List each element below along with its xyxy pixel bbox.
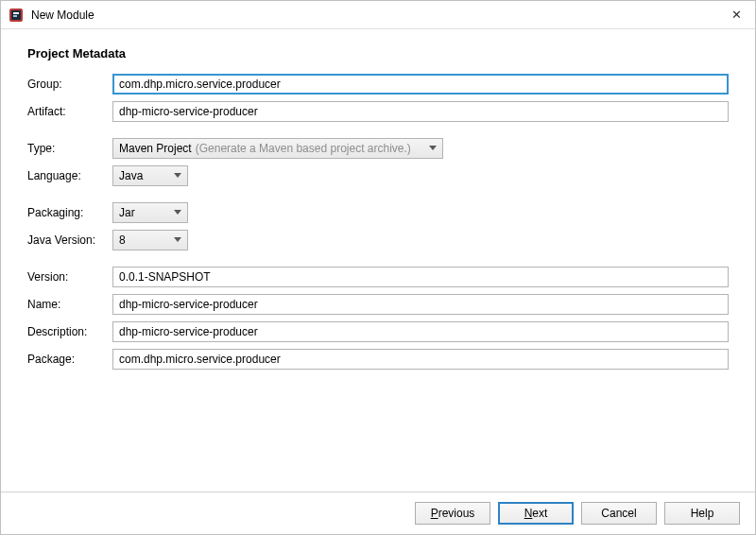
window-title: New Module — [31, 9, 717, 22]
row-packaging: Packaging: Jar — [27, 202, 729, 223]
label-java-version: Java Version: — [27, 233, 112, 247]
label-artifact: Artifact: — [27, 105, 112, 118]
label-group: Group: — [27, 78, 112, 91]
close-icon: ✕ — [731, 8, 742, 22]
package-input[interactable] — [112, 349, 729, 370]
packaging-select-value: Jar — [119, 206, 135, 219]
row-group: Group: — [27, 74, 729, 95]
svg-rect-2 — [13, 12, 19, 14]
section-title: Project Metadata — [27, 46, 729, 60]
row-artifact: Artifact: — [27, 101, 729, 122]
next-button-mnemonic: N — [524, 507, 533, 520]
footer: Previous Next Cancel Help — [1, 492, 755, 534]
language-select-value: Java — [119, 169, 143, 182]
version-input[interactable] — [112, 267, 729, 287]
java-version-select[interactable]: 8 — [112, 230, 188, 250]
previous-button-post: revious — [438, 507, 475, 520]
label-language: Language: — [27, 169, 112, 182]
row-name: Name: — [27, 294, 729, 315]
label-description: Description: — [27, 325, 112, 338]
close-button[interactable]: ✕ — [717, 1, 755, 29]
description-input[interactable] — [112, 321, 729, 342]
titlebar: New Module ✕ — [1, 1, 755, 29]
packaging-select[interactable]: Jar — [112, 202, 188, 223]
row-package: Package: — [27, 349, 729, 370]
label-packaging: Packaging: — [27, 206, 112, 219]
type-select-hint: (Generate a Maven based project archive.… — [196, 142, 411, 155]
group-input[interactable] — [112, 74, 729, 95]
name-input[interactable] — [112, 294, 729, 315]
label-version: Version: — [27, 270, 112, 284]
app-icon — [9, 8, 24, 23]
row-language: Language: Java — [27, 165, 729, 186]
cancel-button[interactable]: Cancel — [581, 502, 657, 525]
row-version: Version: — [27, 267, 729, 287]
previous-button-mnemonic: P — [431, 507, 438, 520]
chevron-down-icon — [429, 146, 437, 151]
row-description: Description: — [27, 321, 729, 342]
cancel-button-label: Cancel — [601, 507, 636, 520]
row-type: Type: Maven Project (Generate a Maven ba… — [27, 138, 729, 159]
help-button[interactable]: Help — [664, 502, 740, 525]
type-select-value: Maven Project — [119, 142, 192, 155]
previous-button[interactable]: Previous — [415, 502, 490, 525]
chevron-down-icon — [174, 237, 181, 243]
content-area: Project Metadata Group: Artifact: Type: … — [1, 29, 755, 492]
label-type: Type: — [27, 142, 112, 155]
artifact-input[interactable] — [112, 101, 729, 122]
label-package: Package: — [27, 353, 112, 366]
next-button-post: ext — [532, 507, 547, 520]
type-select[interactable]: Maven Project (Generate a Maven based pr… — [112, 138, 443, 159]
language-select[interactable]: Java — [112, 165, 188, 186]
java-version-select-value: 8 — [119, 233, 126, 247]
label-name: Name: — [27, 298, 112, 311]
chevron-down-icon — [174, 210, 181, 216]
svg-rect-3 — [13, 15, 17, 17]
next-button[interactable]: Next — [498, 502, 574, 525]
help-button-label: Help — [691, 507, 714, 520]
chevron-down-icon — [174, 173, 181, 179]
row-java-version: Java Version: 8 — [27, 230, 729, 250]
